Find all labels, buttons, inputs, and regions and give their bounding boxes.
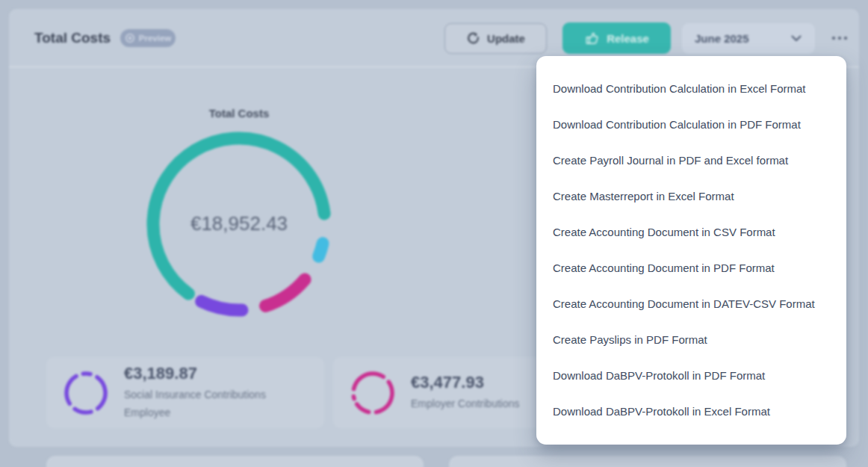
partial-card	[449, 456, 846, 467]
menu-item[interactable]: Create Payroll Journal in PDF and Excel …	[536, 143, 846, 179]
menu-item[interactable]: Create Accounting Document in DATEV-CSV …	[536, 286, 846, 322]
donut-segment	[266, 279, 306, 306]
release-button-label: Release	[607, 32, 649, 45]
payroll-dashboard: Total Costs Preview Update Release June …	[0, 0, 868, 467]
page-title: Total Costs	[34, 30, 111, 46]
menu-item[interactable]: Download DaBPV-Protokoll in PDF Format	[536, 358, 846, 394]
menu-item[interactable]: Create Accounting Document in CSV Format	[536, 214, 846, 250]
legend-value: €3,189.87	[124, 364, 266, 383]
menu-item[interactable]: Download DaBPV-Protokoll in Excel Format	[536, 394, 846, 430]
ellipsis-icon	[832, 37, 835, 40]
legend-value: €3,477.93	[411, 373, 520, 392]
update-button[interactable]: Update	[444, 23, 547, 54]
thumbs-up-icon	[584, 31, 600, 46]
more-options-button[interactable]	[825, 24, 855, 52]
export-menu: Download Contribution Calculation in Exc…	[536, 56, 846, 445]
legend-label-line2: Employee	[124, 403, 266, 421]
period-selector-value: June 2025	[695, 32, 749, 45]
refresh-icon	[466, 31, 480, 46]
menu-item[interactable]: Create Payslips in PDF Format	[536, 322, 846, 358]
legend-card-employee-contributions: €3,189.87 Social Insurance Contributions…	[46, 357, 324, 428]
eye-icon	[125, 33, 135, 43]
release-button[interactable]: Release	[562, 22, 671, 54]
chart-title: Total Costs	[142, 107, 336, 120]
period-selector[interactable]: June 2025	[682, 23, 815, 54]
chart-center-value: €18,952.43	[142, 212, 336, 235]
donut-segment	[319, 244, 323, 256]
menu-item[interactable]: Download Contribution Calculation in Exc…	[536, 71, 846, 107]
dashed-circle-icon	[62, 369, 110, 417]
chevron-down-icon	[791, 35, 802, 42]
partial-card	[46, 456, 424, 467]
menu-item[interactable]: Create Accounting Document in PDF Format	[536, 250, 846, 286]
legend-label-line1: Social Insurance Contributions	[124, 386, 266, 403]
dashed-circle-icon	[349, 369, 397, 417]
donut-segment	[202, 301, 242, 310]
preview-badge: Preview	[120, 29, 176, 47]
update-button-label: Update	[487, 32, 525, 45]
preview-badge-label: Preview	[139, 34, 171, 43]
menu-item[interactable]: Create Masterreport in Excel Format	[536, 179, 846, 214]
menu-item[interactable]: Download Contribution Calculation in PDF…	[536, 107, 846, 143]
legend-label-line1: Employer Contributions	[411, 395, 520, 412]
